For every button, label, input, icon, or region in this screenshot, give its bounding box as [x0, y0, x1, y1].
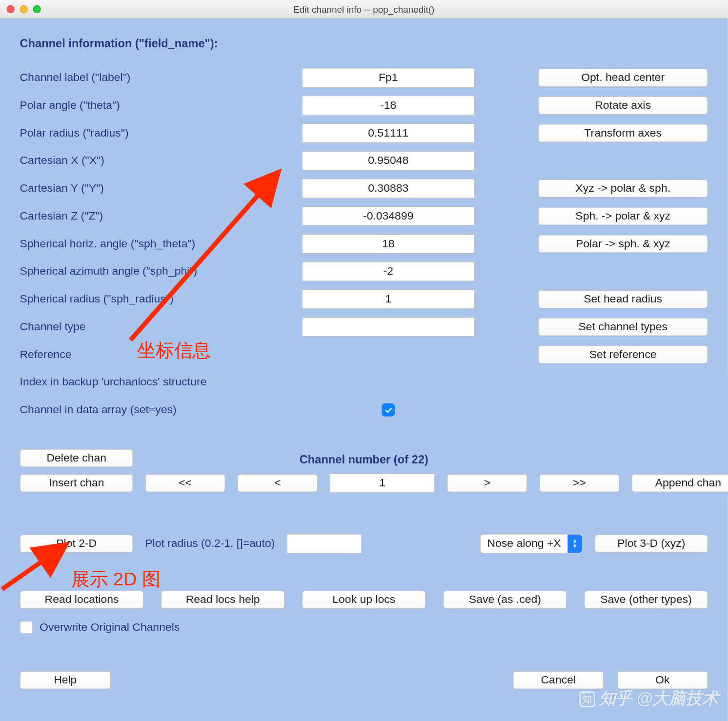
- overwrite-checkbox[interactable]: [20, 621, 33, 634]
- insert-chan-button[interactable]: Insert chan: [20, 474, 133, 492]
- polar-sph-xyz-button[interactable]: Polar -> sph. & xyz: [538, 235, 708, 253]
- field-label: Cartesian Z ("Z"): [20, 210, 302, 223]
- zhihu-icon: 知: [579, 692, 595, 707]
- sph-polar-xyz-button[interactable]: Sph. -> polar & xyz: [538, 207, 708, 225]
- rotate-axis-button[interactable]: Rotate axis: [538, 96, 708, 115]
- channel-number-input[interactable]: [330, 473, 435, 493]
- dialog-content: Channel information ("field_name"): Chan…: [0, 19, 728, 721]
- field-label: Cartesian Y ("Y"): [20, 182, 302, 195]
- field-label: Cartesian X ("X"): [20, 154, 302, 167]
- watermark: 知知乎 @大脑技术: [579, 687, 719, 709]
- channel-nav-section: Delete chan Channel number (of 22) Inser…: [20, 453, 708, 493]
- next-chan-button[interactable]: >: [447, 474, 527, 492]
- field-label: Spherical radius ("sph_radius"): [20, 293, 302, 306]
- plot-radius-label: Plot radius (0.2-1, []=auto): [145, 537, 275, 550]
- append-chan-button[interactable]: Append chan: [631, 474, 728, 492]
- delete-chan-button[interactable]: Delete chan: [20, 449, 133, 467]
- overwrite-label: Overwrite Original Channels: [40, 621, 180, 634]
- plot-row: Plot 2-D Plot radius (0.2-1, []=auto) No…: [20, 534, 708, 554]
- last-chan-button[interactable]: >>: [539, 474, 620, 492]
- set-channel-types-button[interactable]: Set channel types: [538, 318, 708, 336]
- set-reference-button[interactable]: Set reference: [538, 345, 708, 364]
- channel-in-data-label: Channel in data array (set=yes): [20, 403, 302, 417]
- ok-button[interactable]: Ok: [617, 671, 708, 689]
- first-chan-button[interactable]: <<: [145, 474, 225, 492]
- sph-theta-input[interactable]: [302, 234, 475, 254]
- cartesian-z-input[interactable]: [302, 206, 475, 226]
- channel-in-data-checkbox[interactable]: [382, 403, 395, 417]
- field-label: Polar radius ("radius"): [20, 126, 302, 140]
- field-label: Channel label ("label"): [20, 71, 302, 84]
- cancel-button[interactable]: Cancel: [513, 671, 604, 689]
- nose-along-value: Nose along +X: [487, 537, 567, 550]
- read-locations-button[interactable]: Read locations: [20, 590, 144, 609]
- channel-label-input[interactable]: [302, 68, 475, 88]
- plot-2d-button[interactable]: Plot 2-D: [20, 535, 133, 553]
- field-label: Polar angle ("theta"): [20, 99, 302, 112]
- cartesian-y-input[interactable]: [302, 179, 475, 199]
- section-heading: Channel information ("field_name"):: [20, 37, 708, 51]
- field-label: Channel type: [20, 320, 302, 334]
- cartesian-x-input[interactable]: [302, 151, 475, 171]
- field-label: Spherical horiz. angle ("sph_theta"): [20, 237, 302, 250]
- overwrite-row: Overwrite Original Channels: [20, 621, 708, 634]
- transform-axes-button[interactable]: Transform axes: [538, 124, 708, 142]
- save-ced-button[interactable]: Save (as .ced): [443, 590, 567, 609]
- polar-radius-input[interactable]: [302, 123, 475, 143]
- channel-type-input[interactable]: [302, 317, 475, 337]
- plot-radius-input[interactable]: [287, 534, 362, 554]
- check-icon: [384, 406, 393, 415]
- bottom-row: Help Cancel Ok: [20, 671, 708, 689]
- reference-label: Reference: [20, 348, 302, 361]
- opt-head-center-button[interactable]: Opt. head center: [538, 69, 708, 87]
- index-backup-label: Index in backup 'urchanlocs' structure: [20, 376, 302, 389]
- nose-along-select[interactable]: Nose along +X ▲▼: [480, 534, 583, 554]
- read-locs-help-button[interactable]: Read locs help: [161, 590, 285, 609]
- polar-angle-input[interactable]: [302, 96, 475, 116]
- sph-radius-input[interactable]: [302, 289, 475, 309]
- help-button[interactable]: Help: [20, 671, 111, 689]
- plot-3d-button[interactable]: Plot 3-D (xyz): [595, 535, 708, 553]
- save-other-types-button[interactable]: Save (other types): [584, 590, 708, 609]
- xyz-polar-sph-button[interactable]: Xyz -> polar & sph.: [538, 179, 708, 198]
- select-arrows-icon: ▲▼: [567, 535, 582, 553]
- look-up-locs-button[interactable]: Look up locs: [302, 590, 426, 609]
- sph-phi-input[interactable]: [302, 261, 475, 281]
- window-title: Edit channel info -- pop_chanedit(): [0, 3, 728, 14]
- annotation-show-2d: 展示 2D 图: [71, 567, 161, 592]
- titlebar: Edit channel info -- pop_chanedit(): [0, 0, 728, 19]
- set-head-radius-button[interactable]: Set head radius: [538, 290, 708, 308]
- prev-chan-button[interactable]: <: [237, 474, 318, 492]
- field-label: Spherical azimuth angle ("sph_phi"): [20, 265, 302, 278]
- locations-row: Read locations Read locs help Look up lo…: [20, 590, 708, 609]
